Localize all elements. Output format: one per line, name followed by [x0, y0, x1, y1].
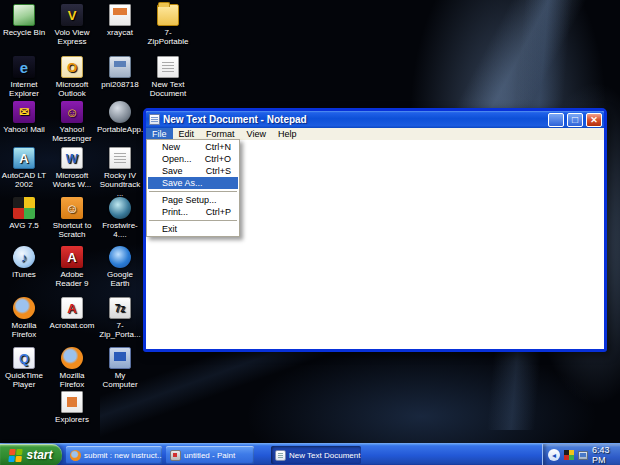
taskbar: start submit : new instruct... untitled …	[0, 443, 620, 465]
menu-item-shortcut: Ctrl+O	[205, 154, 231, 164]
taskbar-item-notepad[interactable]: New Text Document -...	[271, 446, 361, 464]
taskbar-clock[interactable]: 6:43 PM	[592, 445, 615, 465]
menu-item-save[interactable]: SaveCtrl+S	[148, 165, 238, 177]
desktop-icon-recycle-bin[interactable]: Recycle Bin	[1, 4, 47, 37]
windows-logo-icon	[9, 449, 23, 462]
menu-help[interactable]: Help	[272, 128, 303, 140]
notepad-icon	[275, 450, 286, 461]
desktop-icon-scratch[interactable]: Shortcut to Scratch	[49, 197, 95, 239]
desktop-icon-rocky-iv-soundtrack[interactable]: Rocky IV Soundtrack ...	[97, 147, 143, 198]
icon-label: AVG 7.5	[9, 221, 39, 230]
desktop-icon-volo-view[interactable]: Volo View Express	[49, 4, 95, 46]
menu-item-label: Page Setup...	[162, 195, 217, 205]
volo-view-icon	[61, 4, 83, 26]
icon-label: Microsoft Works W...	[53, 171, 92, 189]
desktop-icon-internet-explorer[interactable]: Internet Explorer	[1, 56, 47, 98]
icon-label: My Computer	[102, 371, 137, 389]
google-earth-icon	[109, 246, 131, 268]
title-bar[interactable]: New Text Document - Notepad	[146, 111, 604, 128]
firefox-icon	[13, 297, 35, 319]
desktop-icon-7zipportable[interactable]: 7-ZipPortable	[145, 4, 191, 46]
menu-item-open[interactable]: Open...Ctrl+O	[148, 153, 238, 165]
icon-label: Rocky IV Soundtrack ...	[100, 171, 140, 198]
desktop-icon-explorers[interactable]: Explorers	[49, 391, 95, 424]
desktop-icon-7zip-porta[interactable]: 7-Zip_Porta...	[97, 297, 143, 339]
acrobat-icon	[61, 297, 83, 319]
firefox-icon	[70, 450, 81, 461]
yahoo-mail-icon	[13, 101, 35, 123]
7zip-icon	[109, 297, 131, 319]
avg-tray-icon[interactable]	[564, 450, 574, 460]
hide-icons-chevron-icon[interactable]	[548, 449, 560, 461]
menu-item-label: Open...	[162, 154, 192, 164]
printer-icon	[109, 56, 131, 78]
icon-label: Internet Explorer	[9, 80, 39, 98]
desktop-icon-autocad[interactable]: AutoCAD LT 2002	[1, 147, 47, 189]
menu-item-new[interactable]: NewCtrl+N	[148, 141, 238, 153]
icon-label: pni208718	[101, 80, 138, 89]
desktop-icon-outlook[interactable]: Microsoft Outlook	[49, 56, 95, 98]
menu-item-label: New	[162, 142, 180, 152]
adobe-reader-icon	[61, 246, 83, 268]
desktop-icon-new-text-document[interactable]: New Text Document	[145, 56, 191, 98]
start-button[interactable]: start	[0, 444, 62, 465]
desktop-icon-pni208718[interactable]: pni208718	[97, 56, 143, 89]
menu-separator	[149, 220, 237, 221]
menu-item-label: Save	[162, 166, 183, 176]
frostwire-icon	[109, 197, 131, 219]
notepad-icon	[149, 114, 160, 125]
maximize-button[interactable]	[567, 113, 583, 127]
taskbar-item-paint[interactable]: untitled - Paint	[166, 446, 254, 464]
icon-label: 7-ZipPortable	[148, 28, 189, 46]
taskbar-item-firefox[interactable]: submit : new instruct...	[66, 446, 162, 464]
internet-explorer-icon	[13, 56, 35, 78]
desktop-wallpaper: Recycle Bin Volo View Express xraycat 7-…	[0, 0, 620, 443]
menu-item-print[interactable]: Print...Ctrl+P	[148, 206, 238, 218]
icon-label: Google Earth	[107, 270, 133, 288]
taskbar-item-label: submit : new instruct...	[84, 451, 162, 460]
desktop-icon-itunes[interactable]: iTunes	[1, 246, 47, 279]
file-menu-dropdown: NewCtrl+N Open...Ctrl+O SaveCtrl+S Save …	[146, 139, 240, 237]
desktop-icon-microsoft-works[interactable]: Microsoft Works W...	[49, 147, 95, 189]
menu-item-shortcut: Ctrl+S	[206, 166, 231, 176]
desktop-icon-google-earth[interactable]: Google Earth	[97, 246, 143, 288]
desktop-icon-acrobat-com[interactable]: Acrobat.com	[49, 297, 95, 330]
desktop-icon-portableapp[interactable]: PortableApp...	[97, 101, 143, 134]
icon-label: Mozilla Firefox	[60, 371, 85, 389]
menu-view[interactable]: View	[241, 128, 272, 140]
display-tray-icon[interactable]	[578, 451, 588, 460]
window-title: New Text Document - Notepad	[163, 114, 545, 125]
menu-item-label: Exit	[162, 224, 177, 234]
menu-item-save-as[interactable]: Save As...	[148, 177, 238, 189]
portableapps-icon	[109, 101, 131, 123]
desktop-icon-avg[interactable]: AVG 7.5	[1, 197, 47, 230]
desktop-icon-my-computer[interactable]: My Computer	[97, 347, 143, 389]
icon-label: Yahoo! Messenger	[52, 125, 92, 143]
desktop-icon-xraycat[interactable]: xraycat	[97, 4, 143, 37]
icon-label: 7-Zip_Porta...	[99, 321, 140, 339]
icon-label: PortableApp...	[97, 125, 148, 134]
desktop-icon-frostwire[interactable]: Frostwire-4....	[97, 197, 143, 239]
minimize-button[interactable]	[548, 113, 564, 127]
taskbar-item-label: untitled - Paint	[184, 451, 235, 460]
menu-item-page-setup[interactable]: Page Setup...	[148, 194, 238, 206]
document-icon	[109, 4, 131, 26]
desktop-icon-firefox-2[interactable]: Mozilla Firefox	[49, 347, 95, 389]
close-button[interactable]	[586, 113, 602, 127]
menu-item-exit[interactable]: Exit	[148, 223, 238, 235]
desktop-icon-yahoo-messenger[interactable]: Yahoo! Messenger	[49, 101, 95, 143]
desktop-icon-yahoo-mail[interactable]: Yahoo! Mail	[1, 101, 47, 134]
scratch-icon	[61, 197, 83, 219]
desktop-icon-adobe-reader[interactable]: Adobe Reader 9	[49, 246, 95, 288]
menu-separator	[149, 191, 237, 192]
desktop-icon-firefox[interactable]: Mozilla Firefox	[1, 297, 47, 339]
icon-label: iTunes	[12, 270, 36, 279]
desktop-icon-quicktime[interactable]: QuickTime Player	[1, 347, 47, 389]
menu-item-label: Save As...	[162, 178, 203, 188]
system-tray: 6:43 PM	[542, 444, 620, 465]
folder-icon	[157, 4, 179, 26]
icon-label: Yahoo! Mail	[3, 125, 45, 134]
my-computer-icon	[109, 347, 131, 369]
document-icon	[61, 391, 83, 413]
icon-label: Microsoft Outlook	[56, 80, 88, 98]
